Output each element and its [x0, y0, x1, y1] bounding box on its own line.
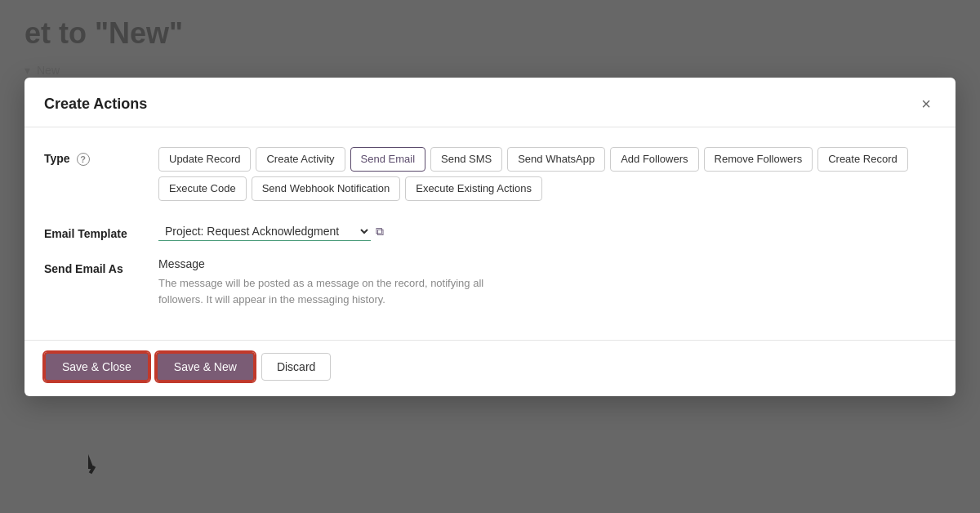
type-btn-create-activity[interactable]: Create Activity: [256, 147, 345, 172]
type-buttons-row-1: Update RecordCreate ActivitySend EmailSe…: [158, 147, 936, 172]
type-btn-execute-code[interactable]: Execute Code: [158, 176, 247, 201]
modal-overlay: Create Actions × Type ? Update RecordCre…: [0, 0, 980, 513]
modal-body: Type ? Update RecordCreate ActivitySend …: [24, 127, 956, 340]
type-help-icon[interactable]: ?: [77, 153, 90, 166]
send-email-as-label: Send Email As: [44, 257, 158, 275]
type-btn-send-webhook[interactable]: Send Webhook Notification: [252, 176, 401, 201]
send-email-as-content: Message The message will be posted as a …: [158, 257, 936, 307]
send-email-as-description: The message will be posted as a message …: [158, 275, 501, 307]
type-btn-send-sms[interactable]: Send SMS: [430, 147, 502, 172]
save-close-button[interactable]: Save & Close: [44, 352, 149, 381]
modal-footer: Save & Close Save & New Discard: [24, 340, 956, 396]
email-template-content: Project: Request Acknowledgment ⧉: [158, 222, 936, 241]
email-template-row: Email Template Project: Request Acknowle…: [44, 222, 936, 241]
type-buttons-row-2: Execute CodeSend Webhook NotificationExe…: [158, 176, 936, 201]
modal-title: Create Actions: [44, 96, 147, 113]
type-label: Type ?: [44, 147, 158, 166]
type-btn-create-record[interactable]: Create Record: [817, 147, 908, 172]
type-btn-execute-existing[interactable]: Execute Existing Actions: [405, 176, 542, 201]
discard-button[interactable]: Discard: [261, 353, 331, 381]
modal-header: Create Actions ×: [24, 78, 956, 127]
type-field-row: Type ? Update RecordCreate ActivitySend …: [44, 147, 936, 206]
type-btn-update-record[interactable]: Update Record: [158, 147, 251, 172]
type-buttons-container: Update RecordCreate ActivitySend EmailSe…: [158, 147, 936, 206]
type-btn-send-email[interactable]: Send Email: [350, 147, 425, 172]
email-template-label: Email Template: [44, 222, 158, 240]
send-email-as-row: Send Email As Message The message will b…: [44, 257, 936, 307]
create-actions-modal: Create Actions × Type ? Update RecordCre…: [24, 78, 956, 396]
external-link-icon[interactable]: ⧉: [376, 225, 384, 239]
modal-close-button[interactable]: ×: [916, 94, 936, 114]
type-btn-send-whatsapp[interactable]: Send WhatsApp: [507, 147, 605, 172]
email-template-select[interactable]: Project: Request Acknowledgment: [158, 222, 371, 241]
save-new-button[interactable]: Save & New: [156, 352, 255, 381]
send-email-as-value: Message: [158, 257, 936, 270]
type-btn-add-followers[interactable]: Add Followers: [610, 147, 698, 172]
type-btn-remove-followers[interactable]: Remove Followers: [704, 147, 813, 172]
